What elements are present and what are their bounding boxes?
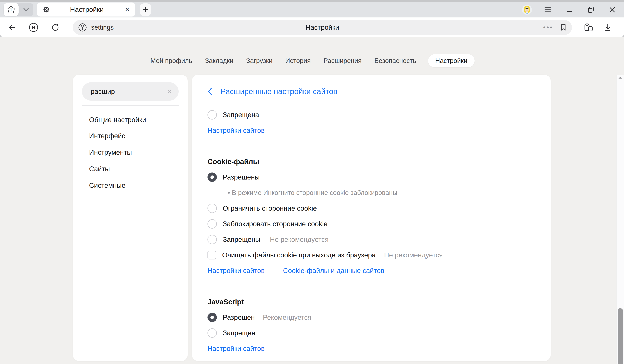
nav-tab-downloads[interactable]: Загрузки (245, 54, 273, 67)
downloads-button[interactable] (603, 23, 612, 32)
page-scrollbar[interactable] (617, 75, 624, 364)
option-row[interactable]: Заблокировать сторонние cookie (208, 216, 534, 232)
search-clear-icon[interactable]: × (167, 88, 172, 95)
radio-unchecked[interactable] (208, 328, 217, 338)
gear-icon (43, 6, 50, 13)
settings-content: Расширенные настройки сайтов Запрещена Н… (192, 75, 551, 361)
back-arrow-icon (7, 23, 17, 32)
checkbox-row[interactable]: Очищать файлы cookie при выходе из брауз… (208, 247, 534, 263)
download-icon (603, 23, 612, 32)
option-row[interactable]: Разрешены (208, 169, 534, 185)
option-label: Запрещена (223, 111, 259, 119)
reload-button[interactable] (51, 23, 60, 32)
tab-group-tile[interactable]: 1 (3, 3, 19, 16)
tab-group-pentagon-icon: 1 (7, 5, 15, 14)
yandex-home-button[interactable]: Я (29, 23, 38, 32)
tab-group[interactable]: 1 (3, 3, 33, 16)
nav-tab-security[interactable]: Безопасность (373, 54, 417, 67)
option-row[interactable]: Запрещена (208, 107, 534, 123)
window-edge (0, 0, 624, 2)
settings-page: Мой профиль Закладки Загрузки История Ра… (0, 37, 624, 364)
not-recommended-note: Не рекомендуется (384, 251, 443, 259)
incognito-note: • В режиме Инкогнито сторонние cookie за… (228, 189, 397, 197)
menu-button[interactable] (544, 7, 551, 12)
tab-title: Настройки (50, 6, 124, 13)
radio-unchecked[interactable] (208, 204, 217, 213)
back-button[interactable] (7, 23, 17, 32)
chevron-left-icon[interactable] (208, 88, 212, 95)
address-page-title: Настройки (73, 23, 572, 31)
option-label: Заблокировать сторонние cookie (223, 220, 328, 228)
radio-unchecked[interactable] (208, 110, 217, 119)
tab-close-icon[interactable]: ✕ (124, 6, 131, 13)
tab-group-expand-button[interactable] (19, 8, 33, 12)
sidebar-item-interface[interactable]: Интерфейс (73, 128, 188, 144)
site-settings-link[interactable]: Настройки сайтов (208, 345, 265, 352)
maximize-button[interactable] (587, 6, 594, 13)
not-recommended-note: Не рекомендуется (270, 236, 329, 243)
site-badge-icon[interactable] (78, 23, 87, 32)
bookmark-icon[interactable] (560, 23, 567, 31)
site-settings-link[interactable]: Настройки сайтов (208, 267, 265, 274)
option-row[interactable]: Запрещены Не рекомендуется (208, 232, 534, 247)
content-divider (208, 106, 534, 106)
url-text[interactable]: settings (91, 24, 114, 31)
checkbox-unchecked[interactable] (208, 251, 216, 259)
panels-icon (584, 23, 593, 32)
option-row[interactable]: Ограничить сторонние cookie (208, 201, 534, 216)
sidebar-item-general[interactable]: Общие настройки (73, 112, 188, 128)
svg-text:Я: Я (32, 25, 35, 30)
sidebar-divider (82, 105, 179, 106)
avatar[interactable] (522, 5, 532, 15)
close-window-button[interactable] (609, 7, 616, 13)
plus-icon: + (143, 5, 148, 14)
radio-unchecked[interactable] (208, 235, 217, 244)
settings-search-input[interactable]: расшир × (82, 82, 179, 101)
option-label: Ограничить сторонние cookie (223, 205, 317, 212)
address-bar[interactable]: settings Настройки ••• (73, 20, 572, 35)
minimize-icon (567, 7, 572, 13)
nav-tab-history[interactable]: История (284, 54, 312, 67)
nav-tab-profile[interactable]: Мой профиль (150, 54, 193, 67)
scroll-up-button[interactable] (618, 76, 623, 79)
nav-tab-bookmarks[interactable]: Закладки (204, 54, 234, 67)
search-value[interactable]: расшир (91, 88, 167, 95)
links-row: Настройки сайтов Cookie-файлы и данные с… (208, 263, 534, 278)
scrollbar-thumb[interactable] (618, 308, 623, 364)
content-header: Расширенные настройки сайтов (208, 86, 534, 97)
address-more-icon[interactable]: ••• (543, 23, 553, 31)
maximize-icon (587, 6, 594, 13)
option-label: Запрещен (223, 329, 255, 337)
radio-checked[interactable] (208, 173, 217, 182)
cookie-section-heading: Cookie-файлы (208, 154, 534, 169)
radio-unchecked[interactable] (208, 219, 217, 228)
scroll-up-arrow-icon (618, 76, 623, 79)
links-row: Настройки сайтов (208, 123, 534, 138)
side-panel-button[interactable] (584, 23, 593, 32)
minimize-button[interactable] (566, 7, 573, 13)
option-row[interactable]: Разрешен Рекомендуется (208, 310, 534, 325)
profile-avatar-icon (522, 5, 532, 15)
window-controls (522, 2, 624, 18)
page-title[interactable]: Расширенные настройки сайтов (221, 87, 338, 96)
hamburger-icon (544, 7, 551, 12)
cookie-data-link[interactable]: Cookie-файлы и данные сайтов (283, 267, 384, 274)
sidebar-item-sites[interactable]: Сайты (73, 161, 188, 177)
tab-settings[interactable]: Настройки ✕ (37, 2, 135, 17)
site-settings-link[interactable]: Настройки сайтов (208, 127, 265, 134)
nav-tab-settings[interactable]: Настройки (428, 54, 474, 67)
sidebar-item-system[interactable]: Системные (73, 177, 188, 194)
settings-nav: Мой профиль Закладки Загрузки История Ра… (150, 54, 474, 67)
toolbar: Я settings Настройки ••• (0, 18, 624, 37)
links-row: Настройки сайтов (208, 341, 534, 356)
reload-icon (51, 23, 60, 32)
sidebar-item-tools[interactable]: Инструменты (73, 144, 188, 161)
radio-checked[interactable] (208, 313, 217, 322)
javascript-section-heading: JavaScript (208, 294, 534, 310)
option-row[interactable]: Запрещен (208, 325, 534, 341)
recommended-note: Рекомендуется (263, 314, 311, 321)
new-tab-button[interactable]: + (140, 3, 151, 16)
settings-sidebar: расшир × Общие настройки Интерфейс Инстр… (73, 75, 188, 361)
close-icon (609, 7, 615, 13)
nav-tab-extensions[interactable]: Расширения (323, 54, 363, 67)
